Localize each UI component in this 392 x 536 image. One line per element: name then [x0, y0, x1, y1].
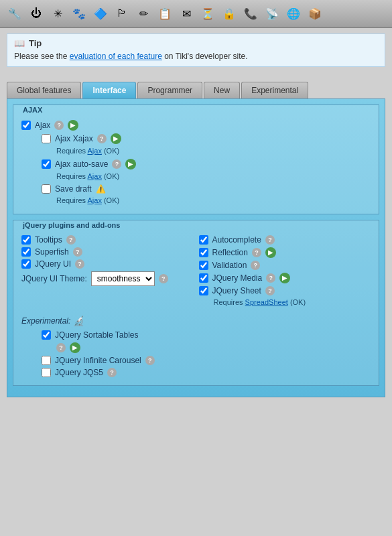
- jquery-ui-checkbox[interactable]: [21, 259, 31, 269]
- tools-icon[interactable]: 🔧: [5, 4, 24, 23]
- ajax-checkbox[interactable]: [21, 121, 31, 130]
- jquery-sheet-help-icon[interactable]: ?: [265, 286, 275, 295]
- reflection-help-icon[interactable]: ?: [252, 248, 261, 257]
- save-draft-checkbox[interactable]: [42, 184, 51, 194]
- validation-label: Validation: [212, 261, 247, 270]
- toolbar: 🔧 ⏻ ✳ 🐾 🔷 🏳 ✏ 📋 ✉ ⏳ 🔒 📞 📡 🌐 📦: [0, 0, 392, 28]
- carousel-group: JQuery Infinite Carousel ?: [42, 356, 371, 365]
- ajax-label: Ajax: [35, 121, 50, 130]
- ajax-help-icon[interactable]: ?: [54, 121, 64, 130]
- save-draft-row: Save draft ⚠️: [42, 184, 371, 194]
- globe-icon[interactable]: 🌐: [284, 4, 303, 23]
- jquery-media-checkbox[interactable]: [199, 273, 208, 283]
- cursor-icon[interactable]: ✳: [48, 4, 67, 23]
- jqs5-help-icon[interactable]: ?: [107, 368, 117, 377]
- ajax-xajax-go-icon[interactable]: ▶: [111, 133, 121, 144]
- jqs5-group: JQuery JQS5 ?: [42, 368, 371, 377]
- validation-help-icon[interactable]: ?: [251, 261, 260, 270]
- jqs5-row: JQuery JQS5 ?: [42, 368, 371, 377]
- tabs: Global features Interface Programmer New…: [7, 82, 385, 98]
- autocomplete-help-icon[interactable]: ?: [265, 235, 275, 245]
- flag-icon[interactable]: 🏳: [113, 4, 131, 23]
- superfish-row: Superfish ?: [21, 247, 194, 257]
- jquery-media-go-icon[interactable]: ▶: [279, 273, 290, 283]
- ajax-xajax-help-icon[interactable]: ?: [97, 134, 107, 143]
- jquery-ui-help-icon[interactable]: ?: [75, 259, 84, 269]
- jqs5-checkbox[interactable]: [42, 368, 51, 377]
- tooltips-checkbox[interactable]: [21, 235, 31, 245]
- tooltips-help-icon[interactable]: ?: [66, 235, 76, 245]
- panel: AJAX Ajax ? ▶ Ajax Xajax ? ▶: [7, 98, 385, 397]
- clipboard-icon[interactable]: 📋: [155, 4, 174, 23]
- autocomplete-checkbox[interactable]: [199, 235, 208, 245]
- jquery-sheet-checkbox[interactable]: [199, 286, 208, 295]
- jquery-media-help-icon[interactable]: ?: [266, 273, 275, 283]
- tip-text: Please see the evaluation of each featur…: [14, 51, 378, 62]
- save-draft-label: Save draft: [55, 184, 92, 194]
- sortable-go-icon[interactable]: ▶: [70, 342, 80, 353]
- reflection-label: Reflection: [212, 248, 248, 257]
- autocomplete-label: Autocomplete: [212, 235, 261, 245]
- sortable-icons-row: ? ▶: [56, 342, 371, 353]
- ajax-autosave-help-icon[interactable]: ?: [112, 159, 121, 169]
- carousel-row: JQuery Infinite Carousel ?: [42, 356, 371, 365]
- jquery-sheet-req-link[interactable]: SpreadSheet: [245, 298, 288, 306]
- superfish-checkbox[interactable]: [21, 247, 31, 257]
- sortable-group: JQuery Sortable Tables ? ▶: [42, 330, 371, 353]
- save-draft-group: Save draft ⚠️ Requires Ajax (OK): [42, 184, 371, 204]
- tab-global-features[interactable]: Global features: [7, 82, 81, 98]
- reflection-go-icon[interactable]: ▶: [265, 247, 276, 258]
- sortable-checkbox[interactable]: [42, 330, 51, 340]
- tab-experimental[interactable]: Experimental: [241, 82, 308, 98]
- jquery-sheet-row: JQuery Sheet ?: [199, 286, 371, 295]
- book-icon: 📖: [14, 38, 25, 48]
- ajax-autosave-row: Ajax auto-save ? ▶: [42, 159, 371, 170]
- save-draft-req-link[interactable]: Ajax: [87, 196, 101, 204]
- carousel-checkbox[interactable]: [42, 356, 51, 365]
- ajax-go-icon[interactable]: ▶: [68, 120, 78, 131]
- tip-box: 📖 Tip Please see the evaluation of each …: [7, 34, 385, 67]
- carousel-help-icon[interactable]: ?: [145, 356, 155, 365]
- paw-icon[interactable]: 🐾: [70, 4, 88, 23]
- theme-help-icon[interactable]: ?: [159, 274, 168, 283]
- ajax-autosave-checkbox[interactable]: [42, 159, 51, 169]
- tab-programmer[interactable]: Programmer: [137, 82, 202, 98]
- ajax-xajax-checkbox[interactable]: [42, 134, 51, 143]
- tab-interface[interactable]: Interface: [82, 82, 136, 98]
- jquery-right-col: Autocomplete ? Reflection ? ▶ Validation: [199, 235, 371, 310]
- power-icon[interactable]: ⏻: [27, 4, 46, 23]
- jqs5-label: JQuery JQS5: [55, 368, 103, 377]
- jquery-section-content: Tooltips ? Superfish ? JQuery UI ?: [13, 231, 379, 385]
- phone-icon[interactable]: 📞: [241, 4, 260, 23]
- validation-checkbox[interactable]: [199, 261, 208, 270]
- ajax-xajax-req-link[interactable]: Ajax: [87, 147, 101, 155]
- lock-icon[interactable]: 🔒: [220, 4, 239, 23]
- ajax-autosave-go-icon[interactable]: ▶: [125, 159, 136, 170]
- sortable-help-icon[interactable]: ?: [56, 343, 66, 352]
- experimental-icon: 🔬: [73, 316, 84, 326]
- theme-row: JQuery UI Theme: smoothness base ui-ligh…: [21, 271, 194, 286]
- ajax-autosave-group: Ajax auto-save ? ▶ Requires Ajax (OK): [42, 159, 371, 180]
- tab-new[interactable]: New: [204, 82, 240, 98]
- tip-text-before: Please see the: [14, 52, 70, 61]
- ajax-autosave-req-link[interactable]: Ajax: [87, 172, 101, 180]
- validation-row: Validation ?: [199, 261, 371, 270]
- ajax-xajax-label: Ajax Xajax: [55, 134, 93, 143]
- ajax-section-title: AJAX: [19, 105, 46, 115]
- feed-icon[interactable]: 📡: [263, 4, 281, 23]
- package-icon[interactable]: 📦: [306, 4, 324, 23]
- jquery-two-col: Tooltips ? Superfish ? JQuery UI ?: [21, 235, 371, 310]
- superfish-label: Superfish: [35, 247, 69, 257]
- jquery-sheet-requires: Requires SpreadSheet (OK): [214, 298, 371, 306]
- hourglass-icon[interactable]: ⏳: [198, 4, 217, 23]
- tip-link[interactable]: evaluation of each feature: [70, 52, 162, 61]
- theme-label: JQuery UI Theme:: [21, 274, 87, 283]
- ajax-xajax-requires: Requires Ajax (OK): [56, 147, 371, 155]
- mail-icon[interactable]: ✉: [177, 4, 196, 23]
- reflection-checkbox[interactable]: [199, 248, 208, 257]
- carousel-label: JQuery Infinite Carousel: [55, 356, 141, 365]
- shape-icon[interactable]: 🔷: [91, 4, 110, 23]
- superfish-help-icon[interactable]: ?: [73, 247, 82, 257]
- edit-icon[interactable]: ✏: [134, 4, 153, 23]
- theme-select[interactable]: smoothness base ui-lightness dark-hive: [91, 271, 155, 286]
